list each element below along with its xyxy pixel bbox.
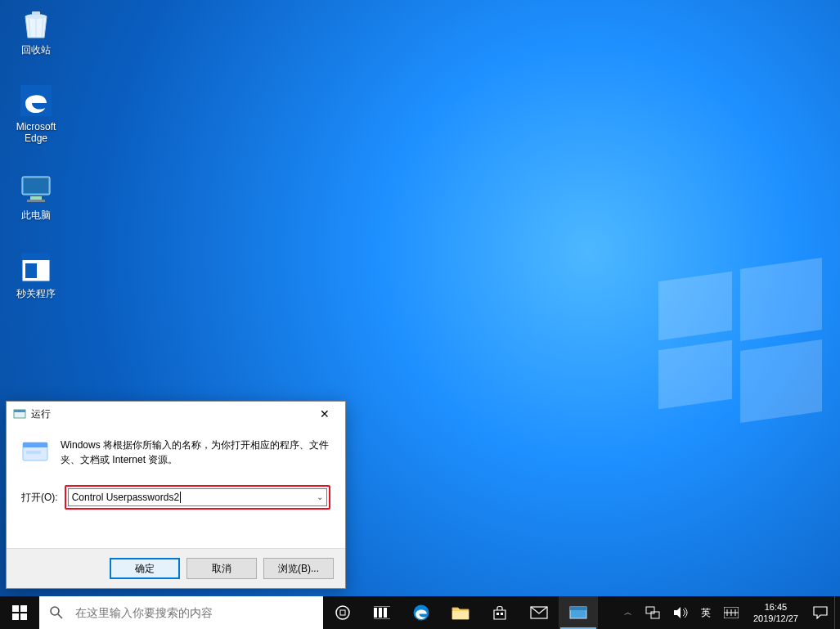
desktop-icon-recycle-bin[interactable]: 回收站 bbox=[5, 7, 67, 56]
browse-button[interactable]: 浏览(B)... bbox=[263, 558, 334, 579]
svg-point-19 bbox=[51, 607, 59, 615]
app-icon bbox=[19, 250, 53, 285]
taskbar-pinned-edge[interactable] bbox=[402, 596, 441, 629]
svg-rect-36 bbox=[651, 612, 659, 618]
svg-rect-4 bbox=[24, 178, 48, 193]
run-dialog-icon bbox=[21, 438, 49, 465]
svg-rect-15 bbox=[12, 605, 19, 612]
tray-ime-keyboard[interactable] bbox=[717, 596, 745, 629]
run-icon bbox=[569, 605, 587, 620]
svg-rect-5 bbox=[30, 196, 42, 200]
windows-logo-wallpaper bbox=[658, 260, 822, 424]
taskbar-search[interactable] bbox=[39, 596, 323, 629]
mail-icon bbox=[530, 606, 548, 619]
icon-label: 秒关程序 bbox=[5, 288, 67, 299]
network-icon bbox=[645, 606, 660, 619]
svg-rect-18 bbox=[20, 613, 27, 620]
folder-icon bbox=[451, 605, 469, 620]
open-combobox[interactable]: Control Userpasswords2 ⌄ bbox=[68, 488, 327, 506]
open-label: 打开(O): bbox=[21, 491, 58, 505]
clock-time: 16:45 bbox=[753, 601, 798, 613]
chevron-down-icon[interactable]: ⌄ bbox=[317, 492, 323, 501]
svg-rect-35 bbox=[646, 607, 654, 613]
taskbar-pinned-mail[interactable] bbox=[519, 596, 559, 629]
taskbar-pinned-store[interactable] bbox=[480, 596, 519, 629]
desktop-icon-sec-close[interactable]: 秒关程序 bbox=[5, 250, 67, 299]
tray-clock[interactable]: 16:45 2019/12/27 bbox=[745, 601, 806, 624]
edge-icon bbox=[412, 604, 430, 622]
svg-rect-17 bbox=[12, 613, 19, 620]
taskbar: ︿ 英 16:45 2019/12/27 bbox=[0, 596, 840, 629]
icon-label: 此电脑 bbox=[5, 209, 67, 221]
svg-rect-23 bbox=[374, 608, 377, 618]
taskbar-running-run[interactable] bbox=[559, 596, 598, 629]
show-desktop-button[interactable] bbox=[834, 596, 840, 629]
timeline-icon bbox=[374, 606, 390, 619]
svg-rect-1 bbox=[32, 11, 40, 15]
icon-label: Microsoft Edge bbox=[5, 121, 67, 144]
svg-line-20 bbox=[58, 614, 62, 618]
run-description: Windows 将根据你所输入的名称，为你打开相应的程序、文件夹、文档或 Int… bbox=[61, 438, 330, 467]
svg-rect-25 bbox=[384, 608, 387, 618]
run-window-icon bbox=[13, 407, 26, 420]
chevron-up-icon: ︿ bbox=[624, 607, 632, 618]
volume-icon bbox=[673, 606, 688, 619]
edge-icon bbox=[19, 83, 53, 118]
svg-rect-14 bbox=[26, 451, 41, 454]
task-view-icon bbox=[335, 604, 351, 621]
tray-network[interactable] bbox=[639, 596, 667, 629]
run-titlebar[interactable]: 运行 ✕ bbox=[7, 402, 345, 426]
start-button[interactable] bbox=[0, 596, 39, 629]
svg-rect-13 bbox=[23, 443, 47, 447]
clock-date: 2019/12/27 bbox=[753, 613, 798, 624]
run-dialog: 运行 ✕ Windows 将根据你所输入的名称，为你打开相应的程序、文件夹、文档… bbox=[6, 401, 346, 589]
recycle-bin-icon bbox=[19, 7, 53, 41]
svg-rect-30 bbox=[496, 613, 499, 615]
svg-rect-31 bbox=[501, 613, 503, 615]
this-pc-icon bbox=[19, 172, 53, 206]
ok-button[interactable]: 确定 bbox=[110, 558, 180, 579]
highlight-box: Control Userpasswords2 ⌄ bbox=[65, 485, 330, 510]
search-icon bbox=[49, 605, 64, 620]
cancel-button[interactable]: 取消 bbox=[186, 558, 257, 579]
svg-rect-29 bbox=[452, 611, 469, 619]
svg-rect-16 bbox=[20, 605, 27, 612]
desktop[interactable]: 回收站 Microsoft Edge 此电脑 秒关程序 运行 bbox=[0, 0, 840, 629]
desktop-icon-this-pc[interactable]: 此电脑 bbox=[5, 172, 67, 221]
svg-rect-6 bbox=[27, 200, 45, 202]
svg-rect-9 bbox=[25, 263, 37, 278]
open-value: Control Userpasswords2 bbox=[72, 492, 179, 503]
search-input[interactable] bbox=[74, 605, 313, 620]
tray-ime[interactable]: 英 bbox=[694, 596, 717, 629]
task-view-button[interactable] bbox=[323, 596, 362, 629]
svg-rect-11 bbox=[14, 410, 25, 412]
taskbar-pinned-cortana[interactable] bbox=[362, 596, 402, 629]
svg-point-21 bbox=[336, 606, 349, 619]
windows-icon bbox=[12, 605, 27, 620]
svg-rect-22 bbox=[340, 610, 345, 615]
svg-rect-34 bbox=[570, 607, 586, 610]
icon-label: 回收站 bbox=[5, 44, 67, 56]
close-button[interactable]: ✕ bbox=[306, 402, 344, 426]
tray-chevron-up[interactable]: ︿ bbox=[618, 596, 639, 629]
keyboard-icon bbox=[724, 607, 739, 618]
run-title: 运行 bbox=[31, 407, 306, 421]
svg-rect-8 bbox=[22, 254, 50, 260]
ime-label: 英 bbox=[701, 606, 711, 620]
taskbar-pinned-explorer[interactable] bbox=[441, 596, 480, 629]
tray-action-center[interactable] bbox=[806, 596, 834, 629]
notification-icon bbox=[813, 606, 828, 619]
desktop-icon-edge[interactable]: Microsoft Edge bbox=[5, 83, 67, 144]
tray-volume[interactable] bbox=[667, 596, 694, 629]
svg-rect-24 bbox=[379, 608, 382, 618]
store-icon bbox=[492, 604, 508, 621]
